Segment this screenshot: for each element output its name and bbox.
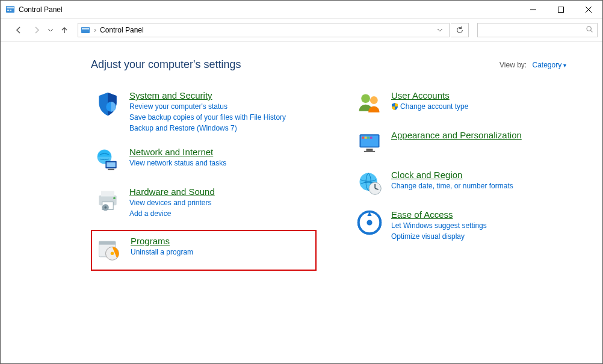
breadcrumb[interactable]: Control Panel (100, 26, 144, 34)
category-link[interactable]: Uninstall a program (131, 247, 312, 258)
programs-icon (96, 236, 122, 262)
minimize-button[interactable] (519, 1, 547, 19)
globe-network-icon (94, 147, 121, 173)
svg-point-22 (105, 206, 107, 209)
category-appearance-personalization: Appearance and Personalization (353, 128, 578, 159)
svg-rect-9 (82, 28, 89, 29)
category-link[interactable]: Change account type (391, 101, 575, 112)
svg-line-11 (591, 30, 593, 32)
svg-rect-32 (364, 151, 375, 152)
svg-point-43 (366, 220, 372, 225)
recent-locations-button[interactable] (46, 27, 55, 33)
category-title[interactable]: User Accounts (391, 90, 450, 100)
svg-rect-16 (108, 169, 114, 170)
category-link[interactable]: Let Windows suggest settings (391, 220, 575, 231)
category-title[interactable]: Programs (131, 236, 170, 246)
search-input[interactable] (481, 25, 586, 35)
category-title[interactable]: Appearance and Personalization (391, 130, 522, 140)
address-icon (81, 25, 90, 35)
svg-rect-24 (99, 241, 116, 245)
category-hardware-sound: Hardware and Sound View devices and prin… (91, 184, 317, 221)
category-link[interactable]: Review your computer's status (129, 101, 313, 112)
category-link-text: Change account type (400, 102, 468, 111)
category-system-security: System and Security Review your computer… (91, 88, 317, 136)
printer-icon (94, 187, 121, 213)
category-programs: Programs Uninstall a program (91, 230, 317, 271)
category-title[interactable]: Clock and Region (391, 170, 462, 180)
category-ease-of-access: Ease of Access Let Windows suggest setti… (353, 207, 578, 244)
right-column: User Accounts Change account type Appear (353, 88, 578, 279)
breadcrumb-separator: › (94, 26, 96, 34)
control-panel-icon (5, 5, 15, 14)
view-by-selector[interactable]: Category (533, 61, 566, 69)
svg-rect-34 (365, 137, 367, 139)
view-by: View by: Category (499, 61, 566, 69)
left-column: System and Security Review your computer… (91, 88, 317, 279)
svg-rect-31 (366, 149, 373, 151)
category-link[interactable]: Backup and Restore (Windows 7) (129, 123, 313, 134)
search-box[interactable] (477, 23, 598, 37)
category-link[interactable]: Optimize visual display (391, 231, 575, 242)
content-area: Adjust your computer's settings View by:… (1, 42, 602, 363)
svg-point-26 (111, 252, 114, 256)
forward-button[interactable] (28, 22, 45, 39)
category-title[interactable]: Hardware and Sound (129, 187, 215, 197)
svg-rect-35 (367, 137, 370, 139)
window-title: Control Panel (19, 5, 63, 14)
svg-rect-36 (370, 137, 373, 139)
category-link[interactable]: Change date, time, or number formats (391, 180, 575, 191)
window: Control Panel › Control P (0, 0, 603, 364)
address-dropdown-icon[interactable] (433, 27, 447, 33)
category-user-accounts: User Accounts Change account type (353, 88, 578, 119)
view-by-label: View by: (499, 61, 527, 69)
category-title[interactable]: System and Security (129, 90, 212, 100)
svg-rect-15 (107, 162, 116, 167)
category-link[interactable]: Save backup copies of your files with Fi… (129, 112, 313, 123)
category-title[interactable]: Ease of Access (391, 209, 453, 220)
svg-rect-18 (101, 191, 114, 196)
svg-point-28 (370, 96, 378, 104)
category-network-internet: Network and Internet View network status… (91, 144, 317, 176)
category-clock-region: Clock and Region Change date, time, or n… (353, 167, 578, 199)
search-icon (586, 25, 593, 35)
ease-of-access-icon (356, 209, 383, 236)
monitor-personalization-icon (356, 130, 383, 156)
shield-icon (94, 90, 121, 117)
uac-shield-icon (391, 102, 398, 110)
page-title: Adjust your computer's settings (91, 58, 241, 71)
users-icon (356, 90, 383, 117)
svg-rect-5 (558, 7, 564, 12)
svg-point-27 (361, 94, 370, 103)
clock-globe-icon (356, 170, 383, 196)
up-button[interactable] (56, 22, 73, 39)
svg-rect-33 (362, 137, 364, 139)
svg-rect-1 (7, 7, 14, 8)
svg-point-20 (113, 197, 116, 199)
category-title[interactable]: Network and Internet (129, 147, 213, 157)
svg-rect-2 (7, 10, 9, 11)
svg-point-10 (587, 26, 591, 31)
maximize-button[interactable] (547, 1, 575, 19)
titlebar: Control Panel (1, 1, 602, 19)
address-bar[interactable]: › Control Panel (78, 23, 450, 37)
close-button[interactable] (575, 1, 602, 19)
category-link[interactable]: View devices and printers (129, 197, 313, 208)
refresh-button[interactable] (451, 23, 469, 37)
svg-rect-3 (10, 10, 11, 11)
category-link[interactable]: Add a device (129, 208, 313, 219)
navbar: › Control Panel (1, 19, 602, 42)
category-link[interactable]: View network status and tasks (129, 158, 313, 168)
back-button[interactable] (10, 22, 27, 39)
